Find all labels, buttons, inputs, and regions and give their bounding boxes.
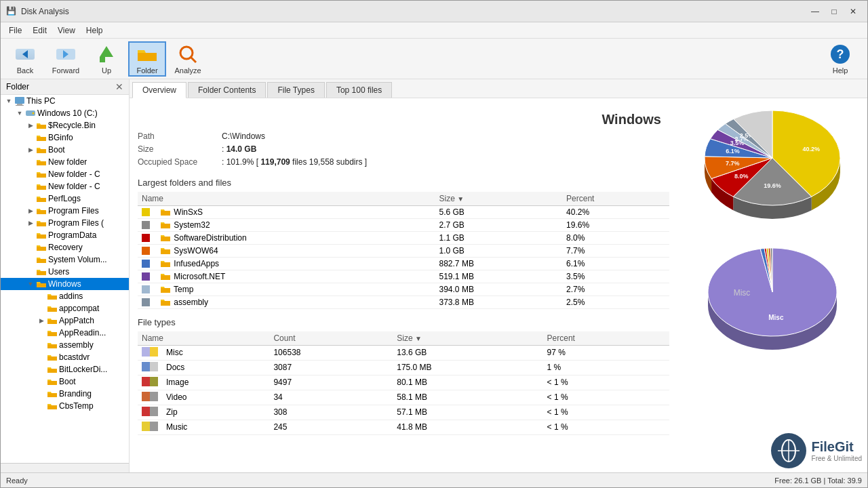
- table-row[interactable]: SysWOW64 1.0 GB 7.7%: [138, 244, 669, 257]
- forward-button[interactable]: Forward: [47, 41, 85, 77]
- row-count: 34: [269, 390, 393, 405]
- help-button[interactable]: ? Help: [821, 41, 859, 77]
- table-row[interactable]: SoftwareDistribution 1.1 GB 8.0%: [138, 231, 669, 244]
- svg-rect-33: [47, 332, 57, 336]
- svg-rect-23: [37, 210, 46, 214]
- analyze-icon: [177, 43, 199, 65]
- table-row[interactable]: Music 245 41.8 MB < 1 %: [138, 420, 669, 434]
- row-count: 106538: [269, 345, 393, 360]
- path-info: Path C:\Windows Size : 14.0 GB Occupied …: [138, 130, 669, 169]
- table-row[interactable]: Image 9497 80.1 MB < 1 %: [138, 375, 669, 390]
- svg-rect-24: [37, 222, 46, 226]
- table-row[interactable]: WinSxS 5.6 GB 40.2%: [138, 205, 669, 218]
- menu-edit[interactable]: Edit: [27, 24, 52, 37]
- col-name: Name: [138, 192, 435, 206]
- menu-file[interactable]: File: [3, 24, 27, 37]
- tree-expander[interactable]: ▶: [25, 120, 36, 131]
- tree-label: New folder - C: [48, 182, 100, 191]
- tab-folder-contents[interactable]: Folder Contents: [188, 82, 266, 98]
- up-button[interactable]: Up: [87, 41, 125, 77]
- tree-expander[interactable]: ▶: [25, 205, 36, 216]
- color-box: [142, 260, 150, 268]
- table-row[interactable]: Temp 394.0 MB 2.7%: [138, 283, 669, 296]
- minimize-button[interactable]: —: [806, 3, 824, 20]
- tree-expander[interactable]: ▼: [14, 108, 25, 119]
- tree-item-assembly[interactable]: assembly: [1, 339, 129, 351]
- tree-item-recovery[interactable]: Recovery: [1, 241, 129, 253]
- folder-icon: [47, 352, 58, 363]
- color-box: [142, 247, 150, 255]
- tree-item-programdata[interactable]: ProgramData: [1, 229, 129, 241]
- tree-item-users[interactable]: Users: [1, 266, 129, 278]
- back-button[interactable]: Back: [6, 41, 44, 77]
- tree-item-appreadin[interactable]: AppReadin...: [1, 327, 129, 339]
- tree-item-windows10c[interactable]: ▼Windows 10 (C:): [1, 107, 129, 119]
- col-size[interactable]: Size ▼: [435, 192, 563, 206]
- tree-item-programfiles[interactable]: ▶Program Files (: [1, 217, 129, 229]
- row-name: Video: [162, 390, 269, 405]
- row-percent: 1 %: [543, 360, 669, 375]
- tree-item-windows[interactable]: ▼Windows: [1, 278, 129, 290]
- table-row[interactable]: InfusedApps 882.7 MB 6.1%: [138, 257, 669, 270]
- table-row[interactable]: assembly 373.8 MB 2.5%: [138, 296, 669, 308]
- folder-tree[interactable]: ▼This PC▼Windows 10 (C:)▶$Recycle.BinBGi…: [1, 95, 129, 463]
- tree-item-perflogs[interactable]: PerfLogs: [1, 192, 129, 205]
- tree-expander[interactable]: ▶: [36, 315, 47, 326]
- svg-rect-37: [47, 381, 57, 385]
- tree-horizontal-scrollbar[interactable]: [1, 463, 129, 472]
- row-percent: 40.2%: [562, 205, 669, 218]
- tree-item-recyclebin[interactable]: ▶$Recycle.Bin: [1, 119, 129, 131]
- tree-item-bginfo[interactable]: BGinfo: [1, 131, 129, 144]
- tree-expander[interactable]: ▶: [25, 144, 36, 155]
- tree-item-boot[interactable]: Boot: [1, 375, 129, 388]
- tab-overview[interactable]: Overview: [132, 82, 186, 98]
- table-row[interactable]: Video 34 58.1 MB < 1 %: [138, 390, 669, 405]
- tree-item-newfolderc[interactable]: New folder - C: [1, 180, 129, 192]
- folder-icon: [36, 218, 47, 228]
- tree-item-cbstemp[interactable]: CbsTemp: [1, 400, 129, 412]
- table-row[interactable]: System32 2.7 GB 19.6%: [138, 218, 669, 231]
- analyze-label: Analyze: [174, 66, 201, 75]
- row-count: 308: [269, 405, 393, 420]
- tree-expander[interactable]: ▼: [3, 96, 14, 106]
- tab-file-types[interactable]: File Types: [267, 82, 324, 98]
- table-row[interactable]: Zip 308 57.1 MB < 1 %: [138, 405, 669, 420]
- maximize-button[interactable]: □: [825, 3, 843, 20]
- menu-help[interactable]: Help: [81, 24, 108, 37]
- table-row[interactable]: Docs 3087 175.0 MB 1 %: [138, 360, 669, 375]
- tree-expander[interactable]: ▼: [25, 279, 36, 289]
- tree-item-boot[interactable]: ▶Boot: [1, 144, 129, 156]
- up-icon: [96, 43, 117, 65]
- tree-item-newfolderc[interactable]: New folder - C: [1, 168, 129, 180]
- tree-item-thispc[interactable]: ▼This PC: [1, 95, 129, 107]
- tree-expander[interactable]: ▶: [25, 218, 36, 228]
- row-color: [138, 231, 157, 244]
- row-name: WinSxS: [157, 205, 435, 218]
- close-button[interactable]: ✕: [844, 3, 862, 20]
- svg-rect-43: [161, 249, 170, 254]
- menu-view[interactable]: View: [52, 24, 81, 37]
- tree-item-branding[interactable]: Branding: [1, 388, 129, 400]
- folder-button[interactable]: Folder: [128, 41, 166, 77]
- tree-item-bitlockerdi[interactable]: BitLockerDi...: [1, 363, 129, 375]
- tree-item-newfolder[interactable]: New folder: [1, 156, 129, 168]
- tree-item-programfiles[interactable]: ▶Program Files: [1, 205, 129, 217]
- row-percent: < 1 %: [543, 390, 669, 405]
- folder-panel-close[interactable]: ✕: [115, 81, 123, 92]
- analyze-button[interactable]: Analyze: [169, 41, 207, 77]
- row-count: 3087: [269, 360, 393, 375]
- tree-item-bcastdvr[interactable]: bcastdvr: [1, 351, 129, 363]
- tree-item-appcompat[interactable]: appcompat: [1, 302, 129, 314]
- svg-rect-49: [150, 347, 158, 357]
- table-row[interactable]: Microsoft.NET 519.1 MB 3.5%: [138, 270, 669, 283]
- folder-panel-header: Folder ✕: [1, 79, 129, 95]
- tab-top100[interactable]: Top 100 files: [326, 82, 392, 98]
- tree-label: CbsTemp: [59, 401, 94, 411]
- tree-item-systemvolum[interactable]: System Volum...: [1, 253, 129, 266]
- tree-item-apppatch[interactable]: ▶AppPatch: [1, 314, 129, 327]
- ft-col-size[interactable]: Size ▼: [393, 331, 542, 346]
- tree-item-addins[interactable]: addins: [1, 290, 129, 302]
- svg-rect-4: [100, 57, 105, 62]
- row-size: 1.1 GB: [435, 231, 563, 244]
- table-row[interactable]: Misc 106538 13.6 GB 97 %: [138, 345, 669, 360]
